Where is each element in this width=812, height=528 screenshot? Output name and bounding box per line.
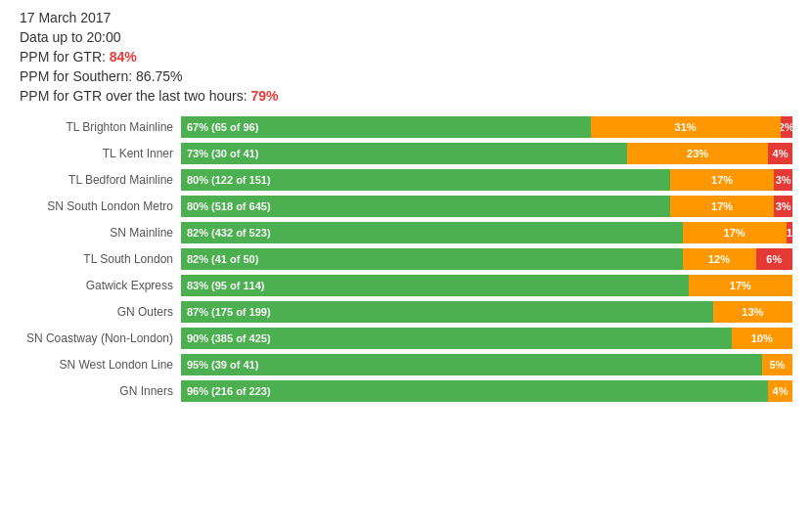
bar-red: 6% <box>756 248 793 270</box>
bar-orange: 23% <box>627 143 768 164</box>
ppm-gtr-value: 84% <box>110 49 137 65</box>
chart-row: Gatwick Express83% (95 of 114)17% <box>20 274 792 297</box>
bar-area: 80% (518 of 645)17%3% <box>181 196 792 217</box>
bar-red: 1 <box>787 222 792 243</box>
chart-row: GN Outers87% (175 of 199)13% <box>20 300 792 324</box>
data-time-text: Data up to 20:00 <box>20 29 792 45</box>
row-label: SN West London Line <box>20 358 181 372</box>
bar-green: 87% (175 of 199) <box>181 301 713 323</box>
bar-area: 73% (30 of 41)23%4% <box>181 143 792 164</box>
row-label: SN Coastway (Non-London) <box>20 331 181 345</box>
chart-row: SN Mainline82% (432 of 523)17%1 <box>20 221 792 244</box>
bar-green: 90% (385 of 425) <box>181 328 732 349</box>
row-label: SN South London Metro <box>20 199 181 213</box>
chart-row: SN South London Metro80% (518 of 645)17%… <box>20 195 792 218</box>
row-label: Gatwick Express <box>20 279 181 292</box>
ppm-gtr-text: PPM for GTR: 84% <box>20 49 792 65</box>
bar-orange: 17% <box>670 169 774 191</box>
bar-area: 80% (122 of 151)17%3% <box>181 169 792 191</box>
bar-orange: 31% <box>591 116 781 138</box>
chart-row: SN West London Line95% (39 of 41)5% <box>20 353 792 376</box>
bar-orange: 4% <box>768 380 792 402</box>
bar-green: 96% (216 of 223) <box>181 380 768 402</box>
bar-orange: 13% <box>713 301 792 323</box>
row-label: TL Bedford Mainline <box>20 173 181 187</box>
bar-area: 95% (39 of 41)5% <box>181 354 792 375</box>
row-label: TL Kent Inner <box>20 147 181 160</box>
bar-red: 3% <box>774 169 792 191</box>
chart-row: TL Brighton Mainline67% (65 of 96)31%2% <box>20 115 792 139</box>
row-label: GN Inners <box>20 384 181 398</box>
row-label: TL Brighton Mainline <box>20 120 181 134</box>
chart-row: GN Inners96% (216 of 223)4% <box>20 379 792 403</box>
row-label: TL South London <box>20 252 181 266</box>
ppm-southern-text: PPM for Southern: 86.75% <box>20 68 792 84</box>
chart-row: TL South London82% (41 of 50)12%6% <box>20 247 792 271</box>
bar-area: 67% (65 of 96)31%2% <box>181 116 792 138</box>
date-text: 17 March 2017 <box>20 10 792 25</box>
ppm-gtr-2hr-label: PPM for GTR over the last two hours: <box>20 88 251 104</box>
bar-green: 73% (30 of 41) <box>181 143 627 164</box>
bar-area: 82% (432 of 523)17%1 <box>181 222 792 243</box>
bar-area: 90% (385 of 425)10% <box>181 328 792 349</box>
bar-green: 82% (41 of 50) <box>181 248 683 270</box>
chart-row: TL Bedford Mainline80% (122 of 151)17%3% <box>20 168 792 192</box>
bar-orange: 17% <box>683 222 787 243</box>
bar-area: 96% (216 of 223)4% <box>181 380 792 402</box>
ppm-gtr-label: PPM for GTR: <box>20 49 110 65</box>
chart-container: TL Brighton Mainline67% (65 of 96)31%2%T… <box>20 115 792 403</box>
bar-green: 80% (122 of 151) <box>181 169 670 191</box>
header-section: 17 March 2017 Data up to 20:00 PPM for G… <box>20 10 792 104</box>
bar-orange: 17% <box>670 196 774 217</box>
bar-red: 2% <box>781 116 793 138</box>
bar-orange: 10% <box>732 328 793 349</box>
row-label: SN Mainline <box>20 226 181 240</box>
chart-row: SN Coastway (Non-London)90% (385 of 425)… <box>20 327 792 350</box>
bar-green: 67% (65 of 96) <box>181 116 591 138</box>
bar-orange: 5% <box>762 354 792 375</box>
ppm-gtr-2hr-value: 79% <box>251 88 279 104</box>
bar-orange: 17% <box>689 275 792 296</box>
chart-row: TL Kent Inner73% (30 of 41)23%4% <box>20 142 792 165</box>
bar-orange: 12% <box>683 248 756 270</box>
bar-area: 87% (175 of 199)13% <box>181 301 792 323</box>
ppm-gtr-2hr-text: PPM for GTR over the last two hours: 79% <box>20 88 792 104</box>
bar-red: 3% <box>774 196 792 217</box>
bar-green: 83% (95 of 114) <box>181 275 689 296</box>
row-label: GN Outers <box>20 305 181 319</box>
bar-red: 4% <box>768 143 792 164</box>
bar-green: 80% (518 of 645) <box>181 196 670 217</box>
bar-area: 82% (41 of 50)12%6% <box>181 248 792 270</box>
bar-green: 82% (432 of 523) <box>181 222 683 243</box>
bar-green: 95% (39 of 41) <box>181 354 762 375</box>
bar-area: 83% (95 of 114)17% <box>181 275 792 296</box>
